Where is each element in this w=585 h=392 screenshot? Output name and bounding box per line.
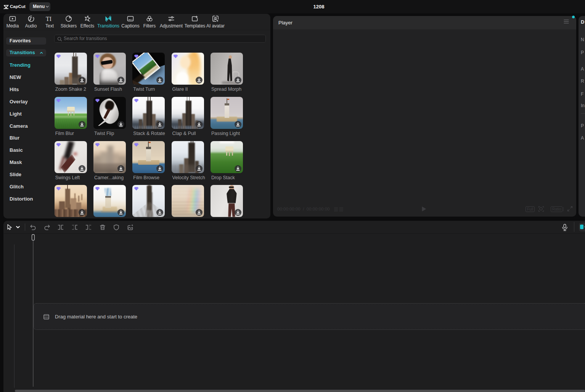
svg-text:TI: TI [46,16,51,22]
